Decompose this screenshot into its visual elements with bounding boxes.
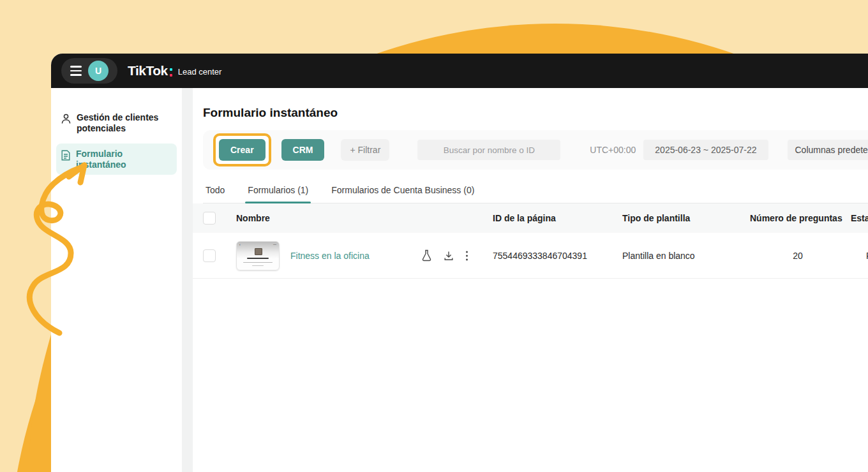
toolbar: Crear CRM + Filtrar UTC+00:00 2025-06-23… bbox=[203, 130, 868, 170]
column-header-name: Nombre bbox=[236, 213, 493, 223]
column-header-question-count: Número de preguntas bbox=[750, 213, 846, 223]
tiktok-wordmark: TikTok bbox=[128, 63, 168, 78]
cell-page-id: 7554469333846704391 bbox=[493, 251, 622, 261]
avatar[interactable]: U bbox=[88, 61, 108, 81]
date-range-picker[interactable]: 2025-06-23 ~ 2025-07-22 bbox=[643, 140, 768, 160]
tiktok-logo: TikTok Lead center bbox=[128, 63, 221, 78]
form-thumbnail[interactable]: ‹— bbox=[236, 241, 280, 270]
sidebar: Gestión de clientes potenciales Formular… bbox=[51, 88, 182, 472]
crear-highlight-annotation: Crear bbox=[213, 133, 271, 166]
table-row: ‹— Fitness en la oficina bbox=[193, 233, 868, 279]
top-navigation-bar: U TikTok Lead center bbox=[51, 54, 868, 88]
hamburger-menu-icon[interactable] bbox=[70, 66, 82, 75]
app-window: U TikTok Lead center Gestión de clientes… bbox=[51, 54, 868, 472]
cell-template-type: Plantilla en blanco bbox=[622, 251, 750, 261]
tab-todo[interactable]: Todo bbox=[203, 181, 227, 203]
page-title: Formulario instantáneo bbox=[203, 106, 868, 120]
tiktok-colon-icon bbox=[170, 68, 172, 77]
sidebar-divider bbox=[182, 88, 193, 472]
table-header-row: Nombre ID de la página Tipo de plantilla… bbox=[193, 203, 868, 233]
cell-status: P bbox=[846, 251, 868, 261]
filter-button[interactable]: + Filtrar bbox=[341, 139, 389, 161]
column-header-template-type: Tipo de plantilla bbox=[622, 213, 750, 223]
sidebar-item-lead-management[interactable]: Gestión de clientes potenciales bbox=[56, 107, 177, 138]
kebab-icon[interactable] bbox=[465, 250, 468, 262]
nav-pill: U bbox=[61, 58, 117, 84]
tab-bar: Todo Formularios (1) Formularios de Cuen… bbox=[203, 181, 868, 203]
column-header-status: Esta bbox=[846, 213, 868, 223]
product-name: Lead center bbox=[178, 67, 222, 77]
tab-formularios-business[interactable]: Formularios de Cuenta Business (0) bbox=[329, 181, 477, 203]
sidebar-item-instant-form[interactable]: Formulario instantáneo bbox=[56, 144, 177, 175]
columns-dropdown[interactable]: Columnas predeterminadas bbox=[788, 140, 868, 160]
person-icon bbox=[61, 114, 71, 133]
select-all-checkbox[interactable] bbox=[203, 212, 216, 225]
main-content: Formulario instantáneo Crear CRM + Filtr… bbox=[193, 88, 868, 472]
search-input[interactable] bbox=[417, 140, 560, 160]
flask-icon[interactable] bbox=[421, 249, 432, 262]
column-header-page-id: ID de la página bbox=[493, 213, 622, 223]
sidebar-item-label: Formulario instantáneo bbox=[76, 149, 172, 170]
tab-formularios[interactable]: Formularios (1) bbox=[245, 181, 311, 203]
form-name-link[interactable]: Fitness en la oficina bbox=[290, 251, 370, 261]
row-checkbox[interactable] bbox=[203, 249, 216, 262]
crm-button[interactable]: CRM bbox=[281, 139, 325, 161]
timezone-label: UTC+00:00 bbox=[590, 145, 636, 155]
sidebar-item-label: Gestión de clientes potenciales bbox=[77, 112, 172, 133]
cell-question-count: 20 bbox=[750, 251, 846, 261]
document-icon bbox=[61, 150, 70, 170]
download-icon[interactable] bbox=[443, 250, 454, 262]
thumbnail-image bbox=[255, 248, 262, 255]
create-button[interactable]: Crear bbox=[219, 139, 266, 161]
